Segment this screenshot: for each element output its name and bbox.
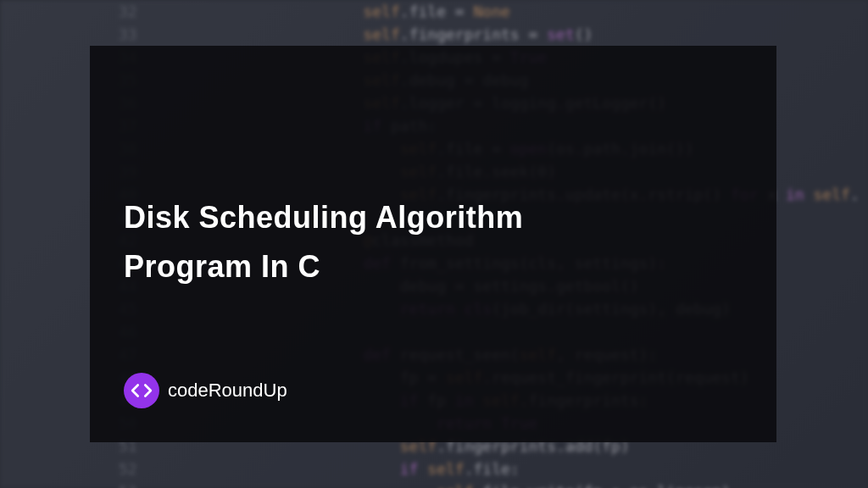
line-number: 32 xyxy=(0,0,180,23)
line-number: 52 xyxy=(0,458,180,480)
code-content: self.fingerprints = set() xyxy=(180,23,593,46)
logo-container: codeRoundUp xyxy=(124,373,287,408)
code-content: if self.file: xyxy=(180,458,520,480)
line-number: 33 xyxy=(0,23,180,46)
code-content: self.file.write(fp + os.linesep) xyxy=(180,480,731,488)
code-line: 53 self.file.write(fp + os.linesep) xyxy=(0,480,868,488)
title-line-1: Disk Scheduling Algorithm xyxy=(124,193,523,242)
logo-text: codeRoundUp xyxy=(168,380,287,402)
code-line: 33 self.fingerprints = set() xyxy=(0,23,868,46)
code-line: 52 if self.file: xyxy=(0,458,868,480)
title-card-overlay: Disk Scheduling Algorithm Program In C c… xyxy=(90,46,776,442)
main-title: Disk Scheduling Algorithm Program In C xyxy=(124,193,523,291)
line-number: 53 xyxy=(0,480,180,488)
title-line-2: Program In C xyxy=(124,242,523,291)
code-brackets-icon xyxy=(124,373,159,408)
code-content: self.file = None xyxy=(180,0,510,23)
code-line: 32 self.file = None xyxy=(0,0,868,23)
